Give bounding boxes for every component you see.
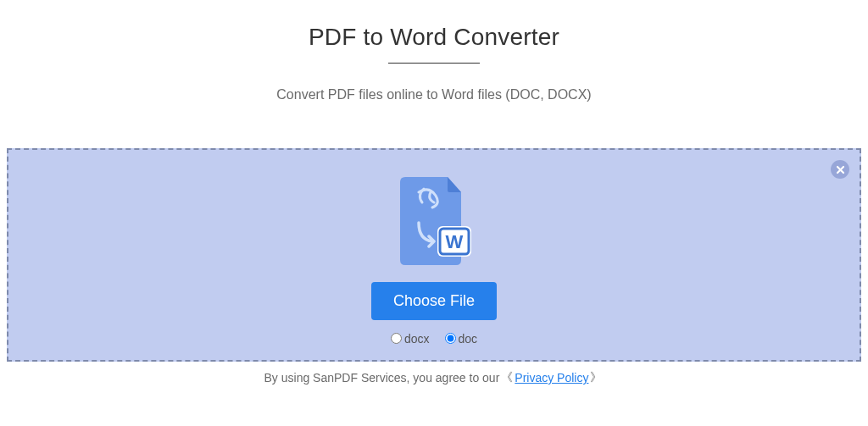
bracket-open: 《 [499,370,515,385]
page-title: PDF to Word Converter [309,24,559,51]
privacy-policy-link[interactable]: Privacy Policy [515,371,588,385]
format-label-docx: docx [404,332,430,346]
page-subtitle: Convert PDF files online to Word files (… [276,87,591,102]
choose-file-button[interactable]: Choose File [371,282,497,320]
format-option-docx[interactable]: docx [391,332,430,346]
format-option-doc[interactable]: doc [445,332,478,346]
title-underline [388,63,480,64]
format-label-doc: doc [459,332,478,346]
close-button[interactable] [831,160,849,179]
bracket-close: 》 [588,370,604,385]
svg-text:W: W [446,231,464,252]
format-radio-doc[interactable] [445,333,456,344]
format-radio-group: docx doc [391,332,477,346]
footer-text: By using SanPDF Services, you agree to o… [264,370,604,385]
pdf-to-word-icon: W [393,174,475,272]
footer-prefix: By using SanPDF Services, you agree to o… [264,371,500,385]
format-radio-docx[interactable] [391,333,402,344]
file-dropzone[interactable]: W Choose File docx doc [7,148,861,362]
close-icon [836,165,845,174]
